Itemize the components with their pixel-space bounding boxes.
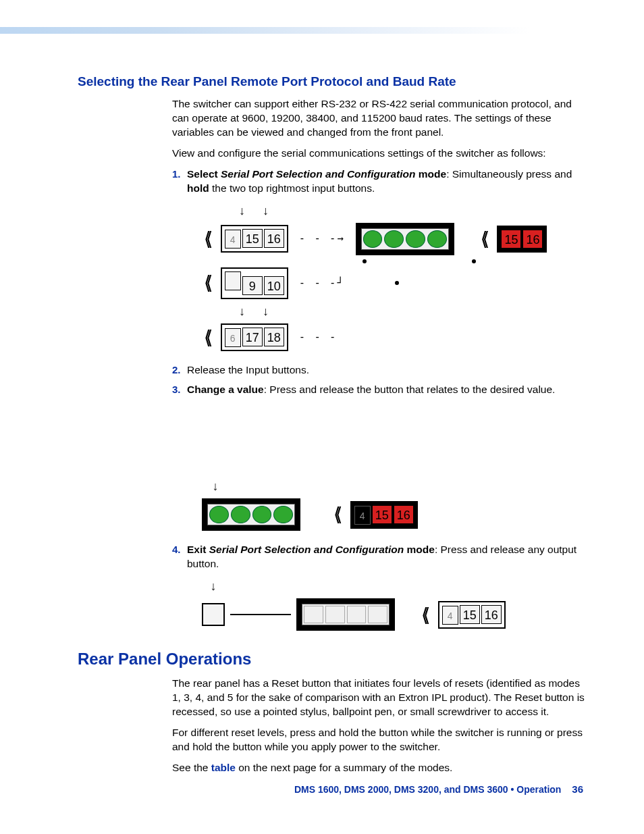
chevron-icon: ⟨⟨ — [419, 602, 433, 628]
step3-text: : Press and release the button that rela… — [264, 384, 556, 395]
dot-icon — [363, 259, 367, 263]
dot-icon — [395, 281, 399, 285]
button-pair-15-16-red-2: 41516 — [350, 501, 418, 529]
button-18: 18 — [264, 328, 284, 346]
step-4: Exit Serial Port Selection and Configura… — [172, 543, 587, 631]
body-column-2: The rear panel has a Reset button that i… — [172, 677, 587, 775]
step1-mode-name: Serial Port Selection and Configuration — [221, 168, 416, 180]
chevron-icon: ⟨⟨ — [202, 325, 215, 350]
button-16-red: 16 — [522, 230, 543, 249]
button-pair-15-16: 41516 — [221, 225, 288, 253]
display-unit-blank — [296, 598, 395, 631]
steps-list: Select Serial Port Selection and Configu… — [172, 167, 587, 631]
dash-connector: - - -→ — [294, 232, 350, 246]
page-content: Selecting the Rear Panel Remote Port Pro… — [78, 74, 587, 782]
button-pair-9-10: 910 — [221, 267, 288, 299]
press-arrow-icon: ↓ — [202, 578, 225, 594]
figure-step1: ↓↓ ⟨⟨ 41516 - - -→ ⟨⟨ 1516 — [202, 203, 587, 352]
display-unit-green — [356, 223, 454, 255]
section-heading-protocol: Selecting the Rear Panel Remote Port Pro… — [78, 74, 587, 89]
button-pair-15-16-red: 1516 — [497, 226, 547, 253]
dash-connector: - - - — [294, 330, 343, 344]
button-15-red: 15 — [372, 505, 392, 524]
button-14: 4 — [225, 230, 241, 249]
footer-title: DMS 1600, DMS 2000, DMS 3200, and DMS 36… — [294, 784, 562, 795]
dot-icon — [472, 259, 476, 263]
output-button — [202, 603, 225, 626]
button-14b: 4 — [354, 506, 371, 525]
page-number: 36 — [572, 783, 583, 795]
chevron-icon: ⟨⟨ — [479, 226, 492, 252]
step-2: Release the Input buttons. — [172, 363, 587, 377]
button-pair-15-16-plain: 41516 — [438, 601, 506, 629]
step2-text: Release the Input buttons. — [187, 364, 309, 375]
button-10: 10 — [264, 276, 284, 295]
step1-mode-word: mode — [416, 168, 447, 180]
intro-paragraph-2: View and configure the serial communicat… — [172, 147, 587, 161]
button-17: 17 — [242, 328, 263, 346]
page-footer: DMS 1600, DMS 2000, DMS 3200, and DMS 36… — [294, 783, 583, 795]
rear-paragraph-2: For different reset levels, press and ho… — [172, 726, 587, 754]
step-1: Select Serial Port Selection and Configu… — [172, 167, 587, 351]
button-15: 15 — [460, 605, 480, 624]
dash-connector: - - -┘ — [294, 276, 350, 290]
button-14c: 4 — [442, 606, 458, 625]
button-16b: 6 — [225, 328, 241, 347]
button-pair-17-18: 61718 — [221, 323, 288, 351]
step4-mode-word: mode — [404, 544, 435, 555]
body-column: The switcher can support either RS-232 o… — [172, 97, 587, 631]
button-15: 15 — [242, 229, 263, 248]
see-the: See the — [172, 762, 211, 773]
step3-label: Change a value — [187, 384, 264, 395]
button-15-red: 15 — [501, 230, 521, 249]
step4-mode-name: Serial Port Selection and Configuration — [209, 544, 404, 555]
header-gradient-bar — [0, 27, 529, 34]
press-arrows: ↓↓ — [230, 303, 277, 319]
table-link[interactable]: table — [211, 762, 236, 773]
rear-paragraph-1: The rear panel has a Reset button that i… — [172, 677, 587, 719]
step-3: Change a value: Press and release the bu… — [172, 383, 587, 531]
press-arrows: ↓↓ — [230, 203, 277, 219]
button-16: 16 — [481, 605, 502, 624]
tail: on the next page for a summary of the mo… — [236, 762, 452, 773]
button-16: 16 — [264, 229, 284, 248]
button-8 — [225, 271, 241, 290]
chevron-icon: ⟨⟨ — [202, 270, 215, 296]
button-16-red: 16 — [394, 505, 414, 524]
step1-select: Select — [187, 168, 221, 180]
chevron-icon: ⟨⟨ — [202, 226, 215, 252]
figure-step4: ↓ ⟨⟨ 41516 — [202, 578, 587, 631]
figure-step3: ↓ ⟨⟨ 41516 — [202, 478, 587, 531]
display-unit-green-2 — [202, 498, 300, 531]
chevron-icon: ⟨⟨ — [331, 502, 345, 527]
section-heading-rear-panel: Rear Panel Operations — [78, 650, 587, 669]
step1-tail2: the two top rightmost input buttons. — [209, 182, 375, 194]
step4-exit: Exit — [187, 544, 209, 555]
step1-hold: hold — [187, 182, 209, 194]
step1-tail1: : Simultaneously press and — [446, 168, 572, 180]
rear-paragraph-3: See the table on the next page for a sum… — [172, 761, 587, 775]
button-9: 9 — [242, 276, 263, 295]
intro-paragraph-1: The switcher can support either RS-232 o… — [172, 97, 587, 140]
